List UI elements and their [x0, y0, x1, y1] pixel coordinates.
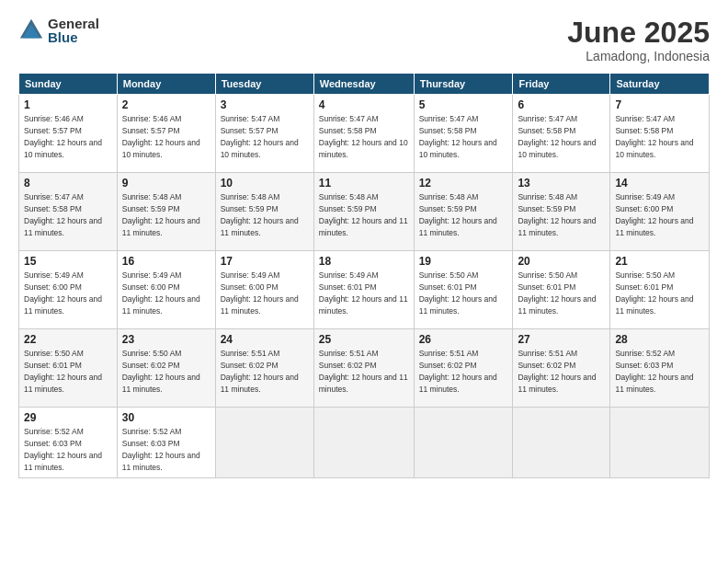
table-cell: 5 Sunrise: 5:47 AMSunset: 5:58 PMDayligh…: [414, 95, 513, 173]
day-number: 8: [24, 177, 112, 190]
day-number: 14: [615, 177, 704, 190]
day-info: Sunrise: 5:47 AMSunset: 5:58 PMDaylight:…: [615, 114, 693, 159]
day-info: Sunrise: 5:51 AMSunset: 6:02 PMDaylight:…: [518, 349, 596, 394]
table-cell: 7 Sunrise: 5:47 AMSunset: 5:58 PMDayligh…: [610, 95, 710, 173]
day-number: 29: [24, 411, 112, 424]
day-number: 1: [24, 98, 112, 111]
col-friday: Friday: [513, 74, 610, 95]
table-cell: 20 Sunrise: 5:50 AMSunset: 6:01 PMDaylig…: [513, 251, 610, 329]
logo: General Blue: [18, 17, 99, 44]
day-info: Sunrise: 5:48 AMSunset: 5:59 PMDaylight:…: [518, 192, 596, 237]
logo-icon: [18, 17, 44, 43]
day-number: 16: [122, 255, 210, 268]
table-cell: 10 Sunrise: 5:48 AMSunset: 5:59 PMDaylig…: [215, 173, 313, 251]
table-cell: 29 Sunrise: 5:52 AMSunset: 6:03 PMDaylig…: [19, 408, 118, 478]
day-number: 27: [518, 333, 605, 346]
logo-general-text: General: [48, 17, 99, 30]
day-info: Sunrise: 5:47 AMSunset: 5:57 PMDaylight:…: [221, 114, 299, 159]
table-cell: 15 Sunrise: 5:49 AMSunset: 6:00 PMDaylig…: [19, 251, 118, 329]
day-info: Sunrise: 5:49 AMSunset: 6:00 PMDaylight:…: [24, 270, 102, 316]
table-cell: 28 Sunrise: 5:52 AMSunset: 6:03 PMDaylig…: [610, 329, 710, 408]
day-info: Sunrise: 5:47 AMSunset: 5:58 PMDaylight:…: [24, 192, 102, 237]
day-number: 12: [419, 177, 508, 190]
table-cell: 9 Sunrise: 5:48 AMSunset: 5:59 PMDayligh…: [117, 173, 215, 251]
day-info: Sunrise: 5:52 AMSunset: 6:03 PMDaylight:…: [122, 427, 200, 472]
table-cell: 11 Sunrise: 5:48 AMSunset: 5:59 PMDaylig…: [313, 173, 414, 251]
day-info: Sunrise: 5:51 AMSunset: 6:02 PMDaylight:…: [419, 349, 497, 394]
table-cell: 4 Sunrise: 5:47 AMSunset: 5:58 PMDayligh…: [313, 95, 414, 173]
day-number: 21: [615, 255, 704, 268]
col-saturday: Saturday: [610, 74, 710, 95]
table-cell: [414, 408, 513, 478]
day-number: 5: [419, 98, 508, 111]
day-number: 30: [122, 411, 210, 424]
table-cell: 24 Sunrise: 5:51 AMSunset: 6:02 PMDaylig…: [215, 329, 313, 408]
day-info: Sunrise: 5:48 AMSunset: 5:59 PMDaylight:…: [419, 192, 497, 237]
day-info: Sunrise: 5:52 AMSunset: 6:03 PMDaylight:…: [24, 427, 102, 472]
table-cell: [313, 408, 414, 478]
table-cell: 19 Sunrise: 5:50 AMSunset: 6:01 PMDaylig…: [414, 251, 513, 329]
day-number: 3: [221, 98, 309, 111]
page: General Blue June 2025 Lamadong, Indones…: [0, 0, 728, 563]
table-cell: 30 Sunrise: 5:52 AMSunset: 6:03 PMDaylig…: [117, 408, 215, 478]
col-monday: Monday: [117, 74, 215, 95]
col-sunday: Sunday: [19, 74, 118, 95]
day-number: 6: [518, 98, 605, 111]
table-cell: 26 Sunrise: 5:51 AMSunset: 6:02 PMDaylig…: [414, 329, 513, 408]
table-cell: [215, 408, 313, 478]
day-info: Sunrise: 5:52 AMSunset: 6:03 PMDaylight:…: [615, 349, 693, 394]
day-info: Sunrise: 5:48 AMSunset: 5:59 PMDaylight:…: [319, 192, 408, 237]
day-info: Sunrise: 5:51 AMSunset: 6:02 PMDaylight:…: [319, 349, 408, 394]
day-number: 18: [319, 255, 409, 268]
table-cell: 21 Sunrise: 5:50 AMSunset: 6:01 PMDaylig…: [610, 251, 710, 329]
table-cell: 17 Sunrise: 5:49 AMSunset: 6:00 PMDaylig…: [215, 251, 313, 329]
logo-blue-text: Blue: [48, 30, 99, 44]
table-cell: 14 Sunrise: 5:49 AMSunset: 6:00 PMDaylig…: [610, 173, 710, 251]
table-cell: 1 Sunrise: 5:46 AMSunset: 5:57 PMDayligh…: [19, 95, 118, 173]
day-info: Sunrise: 5:49 AMSunset: 6:01 PMDaylight:…: [319, 270, 408, 316]
table-cell: 27 Sunrise: 5:51 AMSunset: 6:02 PMDaylig…: [513, 329, 610, 408]
day-info: Sunrise: 5:47 AMSunset: 5:58 PMDaylight:…: [319, 114, 408, 159]
header-row: Sunday Monday Tuesday Wednesday Thursday…: [19, 74, 710, 95]
day-number: 28: [615, 333, 704, 346]
table-cell: [610, 408, 710, 478]
logo-text: General Blue: [48, 17, 99, 44]
day-number: 22: [24, 333, 112, 346]
day-info: Sunrise: 5:47 AMSunset: 5:58 PMDaylight:…: [518, 114, 596, 159]
day-number: 13: [518, 177, 605, 190]
day-info: Sunrise: 5:50 AMSunset: 6:01 PMDaylight:…: [419, 270, 497, 316]
table-cell: [513, 408, 610, 478]
day-number: 24: [221, 333, 309, 346]
day-number: 2: [122, 98, 210, 111]
calendar-table: Sunday Monday Tuesday Wednesday Thursday…: [18, 73, 710, 478]
table-cell: 22 Sunrise: 5:50 AMSunset: 6:01 PMDaylig…: [19, 329, 118, 408]
table-cell: 12 Sunrise: 5:48 AMSunset: 5:59 PMDaylig…: [414, 173, 513, 251]
day-info: Sunrise: 5:46 AMSunset: 5:57 PMDaylight:…: [122, 114, 200, 159]
table-cell: 25 Sunrise: 5:51 AMSunset: 6:02 PMDaylig…: [313, 329, 414, 408]
day-number: 9: [122, 177, 210, 190]
day-number: 17: [221, 255, 309, 268]
table-cell: 8 Sunrise: 5:47 AMSunset: 5:58 PMDayligh…: [19, 173, 118, 251]
day-number: 19: [419, 255, 508, 268]
month-title: June 2025: [567, 17, 710, 49]
day-info: Sunrise: 5:47 AMSunset: 5:58 PMDaylight:…: [419, 114, 497, 159]
col-wednesday: Wednesday: [313, 74, 414, 95]
day-number: 15: [24, 255, 112, 268]
day-info: Sunrise: 5:49 AMSunset: 6:00 PMDaylight:…: [221, 270, 299, 316]
day-number: 11: [319, 177, 409, 190]
day-info: Sunrise: 5:49 AMSunset: 6:00 PMDaylight:…: [122, 270, 200, 316]
table-cell: 23 Sunrise: 5:50 AMSunset: 6:02 PMDaylig…: [117, 329, 215, 408]
day-number: 4: [319, 98, 409, 111]
header-area: General Blue June 2025 Lamadong, Indones…: [18, 17, 710, 63]
day-info: Sunrise: 5:50 AMSunset: 6:01 PMDaylight:…: [615, 270, 693, 316]
col-tuesday: Tuesday: [215, 74, 313, 95]
table-cell: 16 Sunrise: 5:49 AMSunset: 6:00 PMDaylig…: [117, 251, 215, 329]
table-cell: 3 Sunrise: 5:47 AMSunset: 5:57 PMDayligh…: [215, 95, 313, 173]
table-cell: 18 Sunrise: 5:49 AMSunset: 6:01 PMDaylig…: [313, 251, 414, 329]
table-cell: 6 Sunrise: 5:47 AMSunset: 5:58 PMDayligh…: [513, 95, 610, 173]
day-info: Sunrise: 5:51 AMSunset: 6:02 PMDaylight:…: [221, 349, 299, 394]
day-number: 25: [319, 333, 409, 346]
location: Lamadong, Indonesia: [567, 49, 710, 63]
day-info: Sunrise: 5:48 AMSunset: 5:59 PMDaylight:…: [122, 192, 200, 237]
col-thursday: Thursday: [414, 74, 513, 95]
